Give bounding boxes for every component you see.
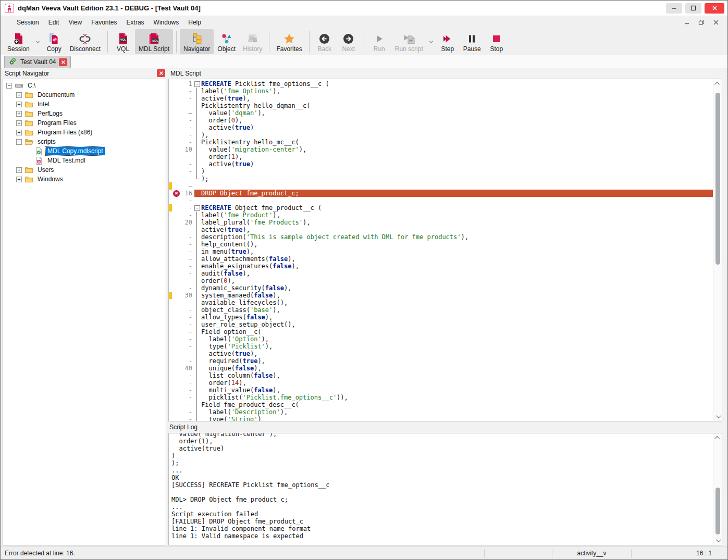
- menu-item-favorites[interactable]: Favorites: [87, 17, 121, 28]
- menu-item-extras[interactable]: Extras: [122, 17, 149, 28]
- code-line-7[interactable]: - active(true): [169, 124, 713, 131]
- menu-item-session[interactable]: Session: [12, 17, 44, 28]
- code-line-46[interactable]: - label('Description'),: [169, 408, 713, 416]
- child-minimize-icon[interactable]: [684, 19, 690, 26]
- editor-scrollbar-thumb[interactable]: [715, 93, 720, 265]
- expand-toggle-icon[interactable]: +: [16, 92, 22, 98]
- code-line-28[interactable]: -order(0),: [169, 277, 713, 284]
- window-close-button[interactable]: [705, 3, 724, 14]
- pause-button[interactable]: Pause: [460, 29, 485, 54]
- code-line-10[interactable]: 10 value('migration-center'),: [169, 146, 713, 153]
- code-line-44[interactable]: - picklist('Picklist.fme_options__c')),: [169, 394, 713, 401]
- copy-button[interactable]: Copy: [42, 29, 66, 54]
- dropdown-chevron-icon[interactable]: [33, 29, 42, 54]
- stop-button[interactable]: Stop: [485, 29, 509, 54]
- code-line-8[interactable]: -),: [169, 131, 713, 139]
- scroll-down-icon[interactable]: [713, 412, 722, 421]
- disconnect-button[interactable]: Disconnect: [66, 29, 104, 54]
- code-line-22[interactable]: -description('This is sample object crea…: [169, 233, 713, 241]
- code-line-4[interactable]: -Picklistentry hello_dqman__c(: [169, 102, 713, 109]
- code-line-21[interactable]: -active(true),: [169, 226, 713, 233]
- window-minimize-button[interactable]: [666, 3, 682, 14]
- code-line-36[interactable]: - label('Option'),: [169, 335, 713, 343]
- scroll-up-icon[interactable]: [713, 433, 722, 442]
- tree-item-mdl-copy-mdlscript[interactable]: MDL Copy.mdlscript: [3, 146, 166, 156]
- code-line-18[interactable]: -RECREATE Object fme_product__c (: [169, 204, 713, 211]
- code-line-6[interactable]: - order(0),: [169, 117, 713, 124]
- tree-item-mdl-test-mdl[interactable]: MDL Test.mdl: [3, 156, 166, 165]
- menu-item-help[interactable]: Help: [183, 17, 206, 28]
- tree-item-perflogs[interactable]: +PerfLogs: [3, 109, 166, 118]
- code-line-26[interactable]: -enable_esignatures(false),: [169, 263, 713, 270]
- expand-toggle-icon[interactable]: +: [16, 102, 22, 107]
- code-line-13[interactable]: -): [169, 168, 713, 175]
- child-restore-icon[interactable]: [698, 19, 705, 26]
- code-line-34[interactable]: -user_role_setup_object(),: [169, 321, 713, 328]
- script-log-panel[interactable]: value('migration-center'), order(1), act…: [168, 433, 722, 545]
- code-line-2[interactable]: -label('fme Options'),: [169, 88, 713, 95]
- log-scrollbar-thumb[interactable]: [715, 488, 720, 534]
- session-button[interactable]: Session: [4, 29, 33, 54]
- tree-item-scripts[interactable]: −scripts: [3, 137, 166, 146]
- tree-item-windows[interactable]: +Windows: [3, 175, 166, 184]
- code-line-29[interactable]: -dynamic_security(false),: [169, 284, 713, 292]
- expand-toggle-icon[interactable]: −: [16, 139, 22, 145]
- code-line-47[interactable]: - type('String'): [169, 416, 713, 421]
- step-button[interactable]: Step: [436, 29, 460, 54]
- code-line-1[interactable]: 1RECREATE Picklist fme_options__c (: [169, 80, 713, 88]
- code-line-17[interactable]: -: [169, 197, 713, 204]
- code-line-19[interactable]: -label('fme Product'),: [169, 211, 713, 219]
- code-line-38[interactable]: - active(true),: [169, 350, 713, 357]
- code-line-5[interactable]: – value('dqman'),: [169, 109, 713, 117]
- code-line-32[interactable]: -object_class('base'),: [169, 306, 713, 314]
- navigator-button[interactable]: Navigator: [180, 29, 214, 54]
- code-line-14[interactable]: -);: [169, 175, 713, 182]
- script-navigator-close-icon[interactable]: [157, 69, 165, 77]
- code-line-41[interactable]: - list_column(false),: [169, 372, 713, 379]
- expand-toggle-icon[interactable]: +: [16, 130, 22, 135]
- code-line-20[interactable]: 20label_plural('fme Products'),: [169, 219, 713, 226]
- menu-item-windows[interactable]: Windows: [149, 17, 184, 28]
- code-line-23[interactable]: -help_content(),: [169, 241, 713, 248]
- code-line-39[interactable]: - required(true),: [169, 357, 713, 365]
- tree-item-program-files-x86[interactable]: +Program Files (x86): [3, 128, 166, 137]
- expand-toggle-icon[interactable]: +: [16, 167, 22, 173]
- expand-toggle-icon[interactable]: −: [6, 83, 12, 89]
- tree-item-intel[interactable]: +Intel: [3, 99, 166, 109]
- menu-item-edit[interactable]: Edit: [44, 17, 64, 28]
- code-line-9[interactable]: -Picklistentry hello_mc__c(: [169, 139, 713, 146]
- tree-item-c[interactable]: −C:\: [3, 81, 166, 90]
- code-line-15[interactable]: –: [169, 182, 713, 190]
- expand-toggle-icon[interactable]: +: [16, 120, 22, 126]
- code-line-35[interactable]: –Field option__c(: [169, 328, 713, 335]
- code-line-24[interactable]: -in_menu(true),: [169, 248, 713, 255]
- vql-button[interactable]: VQLVQL: [111, 29, 135, 54]
- code-line-27[interactable]: -audit(false),: [169, 270, 713, 277]
- child-close-icon[interactable]: [713, 19, 719, 26]
- window-maximize-button[interactable]: [685, 3, 701, 14]
- code-line-30[interactable]: 30system_manaed(false),: [169, 292, 713, 299]
- expand-toggle-icon[interactable]: +: [16, 177, 22, 182]
- fold-collapse-icon[interactable]: [194, 204, 201, 211]
- tree-item-users[interactable]: +Users: [3, 165, 166, 175]
- code-line-37[interactable]: - type('Picklist'),: [169, 343, 713, 350]
- object-button[interactable]: Object: [214, 29, 239, 54]
- code-line-3[interactable]: -active(true),: [169, 95, 713, 102]
- code-line-11[interactable]: - order(1),: [169, 153, 713, 160]
- tab-close-icon[interactable]: [59, 58, 67, 66]
- dropdown-chevron-icon[interactable]: [427, 29, 436, 54]
- tree-item-documentum[interactable]: +Documentum: [3, 90, 166, 99]
- editor-scrollbar[interactable]: [713, 79, 722, 421]
- code-line-33[interactable]: -allow_types(false),: [169, 314, 713, 321]
- tree-item-program-files[interactable]: +Program Files: [3, 118, 166, 128]
- code-line-31[interactable]: -available_lifecycles(),: [169, 299, 713, 306]
- code-line-45[interactable]: –Field fme_product_desc__c(: [169, 401, 713, 408]
- mdl-script-editor[interactable]: 1RECREATE Picklist fme_options__c (-labe…: [168, 79, 722, 421]
- code-line-42[interactable]: - order(14),: [169, 379, 713, 387]
- code-line-25[interactable]: –allow_attachments(false),: [169, 255, 713, 263]
- code-line-40[interactable]: 40 unique(false),: [169, 365, 713, 372]
- code-line-12[interactable]: - active(true): [169, 160, 713, 168]
- fold-collapse-icon[interactable]: [194, 80, 201, 88]
- scroll-up-icon[interactable]: [713, 79, 722, 88]
- log-scrollbar[interactable]: [713, 433, 722, 545]
